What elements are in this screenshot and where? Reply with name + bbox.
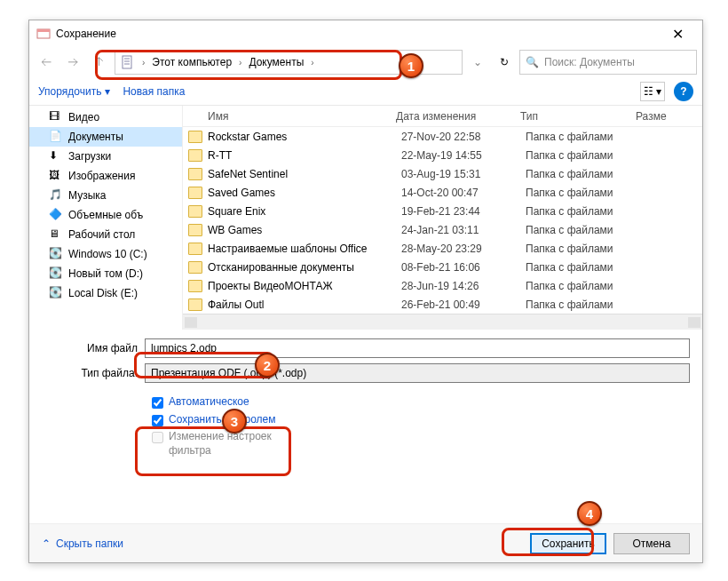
folder-icon [188, 243, 202, 255]
svg-rect-1 [37, 29, 50, 32]
up-button[interactable]: 🡡 [88, 51, 111, 74]
app-icon [36, 27, 51, 41]
folder-icon: 💽 [49, 247, 63, 261]
sidebar-item[interactable]: 💽Windows 10 (C:) [29, 244, 182, 264]
crumb-folder[interactable]: Документы [249, 56, 304, 68]
view-button[interactable]: ☷ ▾ [640, 82, 665, 101]
filename-label: Имя файл [42, 342, 145, 354]
folder-row[interactable]: R-TT22-May-19 14:55Папка с файлами [183, 146, 702, 164]
chevron-right-icon[interactable]: › [237, 58, 243, 68]
search-icon: 🔍 [526, 56, 539, 68]
save-button[interactable]: Сохранить [530, 533, 606, 554]
folder-icon [188, 168, 202, 180]
folder-icon: 💽 [49, 286, 63, 300]
sidebar-item[interactable]: 🔷Объемные объ [29, 205, 182, 225]
horizontal-scrollbar[interactable] [183, 314, 702, 330]
toolbar: Упорядочить ▾ Новая папка ☷ ▾ ? [29, 77, 702, 106]
col-size[interactable]: Разме [636, 110, 702, 123]
folder-row[interactable]: SafeNet Sentinel03-Aug-19 15:31Папка с ф… [183, 164, 702, 183]
search-placeholder: Поиск: Документы [544, 56, 635, 68]
folder-icon: 🖼 [49, 169, 63, 183]
folder-icon [188, 224, 202, 236]
folder-row[interactable]: Настраиваемые шаблоны Office28-May-20 23… [183, 239, 702, 258]
folder-icon [188, 187, 202, 199]
back-button[interactable]: 🡠 [35, 51, 58, 74]
sidebar-item[interactable]: 🖼Изображения [29, 166, 182, 186]
col-name[interactable]: Имя [183, 110, 396, 123]
folder-row[interactable]: Проекты ВидеоМОНТАЖ28-Jun-19 14:26Папка … [183, 276, 702, 295]
checkbox-icon [152, 432, 163, 443]
history-dropdown[interactable]: ⌄ [466, 51, 489, 74]
filename-input[interactable]: lumpics 2.odp [145, 338, 690, 358]
folder-icon [188, 205, 202, 218]
annotation-marker-3: 3 [222, 409, 247, 434]
sidebar-item[interactable]: 📄Документы [29, 127, 182, 147]
new-folder-button[interactable]: Новая папка [123, 85, 185, 98]
annotation-marker-4: 4 [577, 501, 602, 526]
forward-button: 🡢 [61, 51, 84, 74]
folder-row[interactable]: Файлы Outl26-Feb-21 00:49Папка с файлами [183, 295, 702, 314]
sidebar-item[interactable]: 💽Новый том (D:) [29, 264, 182, 283]
folder-icon: 🖥 [49, 227, 63, 242]
chevron-right-icon[interactable]: › [140, 58, 146, 68]
folder-row[interactable]: Square Enix19-Feb-21 23:44Папка с файлам… [183, 202, 702, 220]
column-headers[interactable]: Имя Дата изменения Тип Разме [183, 106, 702, 127]
options-area: Автоматическое Сохранить с паролем Измен… [29, 392, 702, 465]
folder-icon [188, 280, 202, 292]
chevron-up-icon: ⌃ [42, 537, 51, 550]
folder-icon: 💽 [49, 267, 63, 281]
cancel-button[interactable]: Отмена [613, 533, 690, 554]
auto-extension-checkbox[interactable]: Автоматическое [152, 395, 312, 410]
organize-button[interactable]: Упорядочить ▾ [38, 85, 110, 98]
annotation-marker-1: 1 [399, 53, 423, 78]
footer: ⌃ Скрыть папки Сохранить Отмена [29, 523, 702, 562]
hide-folders-toggle[interactable]: ⌃ Скрыть папки [42, 537, 123, 550]
sidebar-item[interactable]: 🎵Музыка [29, 186, 182, 205]
window-title: Сохранение [56, 28, 660, 40]
input-area: Имя файл lumpics 2.odp Тип файла: Презен… [29, 330, 702, 392]
sidebar-item[interactable]: 🎞Видео [29, 107, 182, 127]
save-dialog: Сохранение ✕ 🡠 🡢 🡡 › Этот компьютер › До… [28, 20, 703, 563]
folder-icon [188, 149, 202, 162]
folder-icon: 🎞 [49, 110, 63, 124]
filetype-label: Тип файла: [42, 367, 145, 379]
navbar: 🡠 🡢 🡡 › Этот компьютер › Документы › ⌄ ↻… [29, 47, 702, 77]
sidebar-item[interactable]: ⬇Загрузки [29, 147, 182, 166]
file-pane: Имя Дата изменения Тип Разме Rockstar Ga… [182, 106, 702, 330]
folder-row[interactable]: WB Games24-Jan-21 03:11Папка с файлами [183, 220, 702, 239]
col-date[interactable]: Дата изменения [396, 110, 520, 123]
chevron-down-icon: ▾ [105, 85, 110, 98]
folder-row[interactable]: Rockstar Games27-Nov-20 22:58Папка с фай… [183, 127, 702, 146]
crumb-root[interactable]: Этот компьютер [152, 56, 232, 68]
svg-rect-2 [123, 56, 131, 68]
titlebar: Сохранение ✕ [29, 20, 702, 47]
annotation-marker-2: 2 [255, 353, 280, 378]
chevron-right-icon[interactable]: › [309, 58, 315, 68]
filetype-combo[interactable]: Презентация ODF (.odp) (*.odp) [145, 363, 690, 383]
folder-icon: 📄 [49, 130, 63, 144]
refresh-button[interactable]: ↻ [493, 51, 516, 74]
help-button[interactable]: ? [674, 82, 693, 101]
folder-icon: ⬇ [49, 149, 63, 163]
col-type[interactable]: Тип [520, 110, 636, 123]
folder-icon [188, 298, 202, 311]
sidebar-item[interactable]: 💽Local Disk (E:) [29, 283, 182, 303]
folder-icon [188, 261, 202, 274]
close-button[interactable]: ✕ [660, 26, 695, 43]
folder-icon: 🎵 [49, 188, 63, 203]
sidebar-item[interactable]: 🖥Рабочий стол [29, 225, 182, 244]
filter-settings-checkbox: Изменение настроек фильтра [152, 430, 312, 458]
folder-icon [188, 131, 202, 143]
folder-row[interactable]: Saved Games14-Oct-20 00:47Папка с файлам… [183, 183, 702, 202]
folder-row[interactable]: Отсканированные документы08-Feb-21 16:06… [183, 258, 702, 276]
checkbox-icon[interactable] [152, 415, 163, 426]
documents-icon [121, 55, 135, 69]
checkbox-icon[interactable] [152, 397, 163, 409]
folder-icon: 🔷 [49, 208, 63, 222]
sidebar: 🎞Видео📄Документы⬇Загрузки🖼Изображения🎵Му… [29, 106, 182, 330]
search-input[interactable]: 🔍 Поиск: Документы [519, 50, 697, 75]
